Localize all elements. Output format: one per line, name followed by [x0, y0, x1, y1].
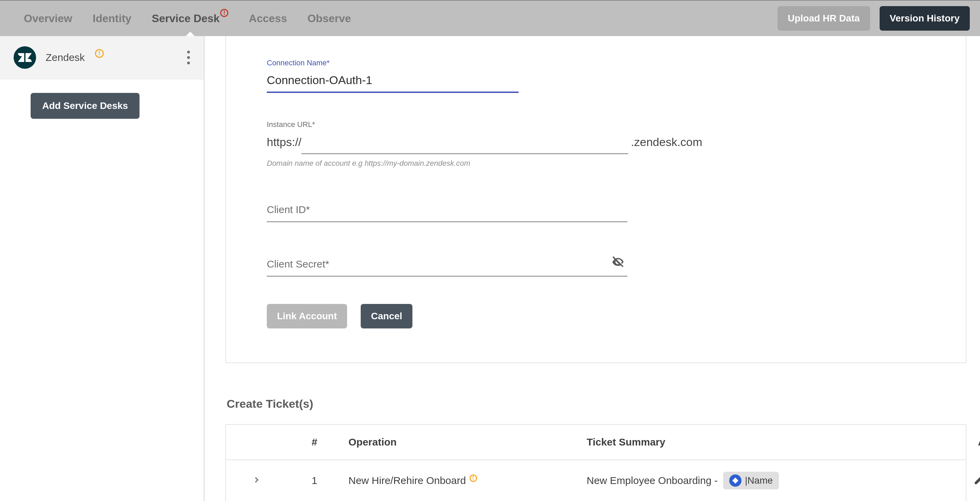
client-secret-row: Client Secret*: [267, 250, 627, 277]
row-operation: New Hire/Rehire Onboard !: [348, 475, 587, 487]
cancel-button[interactable]: Cancel: [361, 304, 412, 328]
table-row: 1 New Hire/Rehire Onboard ! New Employee…: [226, 460, 966, 501]
variable-chip-label: |Name: [745, 475, 773, 486]
col-actions: Actions: [934, 436, 980, 448]
row-operation-label: New Hire/Rehire Onboard: [348, 475, 466, 486]
row-actions: [934, 474, 980, 488]
alert-icon: !: [220, 9, 228, 17]
client-secret-input[interactable]: [267, 250, 627, 277]
col-number: #: [280, 436, 348, 448]
instance-url-prefix: https://: [267, 135, 301, 154]
col-summary: Ticket Summary: [587, 436, 934, 448]
client-id-row: Client ID*: [267, 195, 627, 222]
col-operation: Operation: [348, 436, 587, 448]
tab-overview[interactable]: Overview: [14, 0, 82, 37]
tab-service-desk-label: Service Desk: [152, 12, 220, 25]
kebab-menu-icon[interactable]: [187, 51, 190, 64]
row-number: 1: [280, 475, 348, 487]
create-tickets-title: Create Ticket(s): [227, 397, 966, 410]
warning-icon: !: [95, 49, 104, 58]
instance-url-input[interactable]: [301, 132, 628, 154]
instance-url-label: Instance URL*: [267, 120, 925, 129]
visibility-off-icon[interactable]: [611, 254, 625, 270]
instance-url-suffix: .zendesk.com: [628, 135, 702, 154]
topbar-actions: Upload HR Data Version History: [778, 6, 970, 31]
variable-chip-icon: [729, 474, 741, 487]
content-layout: Zendesk ! Add Service Desks Connection N…: [0, 36, 980, 501]
row-summary-text: New Employee Onboarding -: [587, 475, 718, 487]
tab-bar: Overview Identity Service Desk ! Access …: [14, 0, 361, 37]
form-actions: Link Account Cancel: [267, 304, 925, 328]
variable-chip-name[interactable]: |Name: [723, 472, 779, 490]
zendesk-logo-icon: [14, 46, 36, 69]
sidebar-item-zendesk[interactable]: Zendesk !: [0, 36, 204, 79]
tickets-table: # Operation Ticket Summary Actions 1 New…: [225, 424, 966, 501]
link-account-button[interactable]: Link Account: [267, 304, 347, 328]
warning-icon: !: [469, 474, 477, 482]
expand-row-icon[interactable]: [233, 474, 280, 487]
tab-identity[interactable]: Identity: [82, 0, 142, 37]
upload-hr-data-button[interactable]: Upload HR Data: [778, 6, 870, 31]
version-history-button[interactable]: Version History: [880, 6, 970, 31]
instance-url-hint: Domain name of account e.g https://my-do…: [267, 159, 925, 168]
edit-icon[interactable]: [973, 474, 980, 488]
sidebar-item-label: Zendesk: [46, 52, 85, 63]
client-id-input[interactable]: [267, 195, 627, 222]
sidebar: Zendesk ! Add Service Desks: [0, 36, 205, 501]
tab-service-desk[interactable]: Service Desk !: [142, 0, 239, 37]
tickets-table-header: # Operation Ticket Summary Actions: [226, 425, 966, 460]
tab-observe[interactable]: Observe: [297, 0, 361, 37]
tab-access[interactable]: Access: [239, 0, 297, 37]
instance-url-row: Instance URL* https:// .zendesk.com Doma…: [267, 120, 925, 168]
connection-form-card: Connection Name* Instance URL* https:// …: [225, 36, 966, 363]
row-summary: New Employee Onboarding - |Name: [587, 472, 934, 490]
add-service-desk-wrap: Add Service Desks: [0, 79, 204, 119]
connection-name-row: Connection Name*: [267, 59, 925, 93]
add-service-desks-button[interactable]: Add Service Desks: [30, 93, 140, 119]
connection-name-input[interactable]: [267, 70, 519, 93]
connection-name-label: Connection Name*: [267, 59, 925, 67]
top-nav: Overview Identity Service Desk ! Access …: [0, 0, 980, 36]
main-panel: Connection Name* Instance URL* https:// …: [205, 36, 980, 501]
